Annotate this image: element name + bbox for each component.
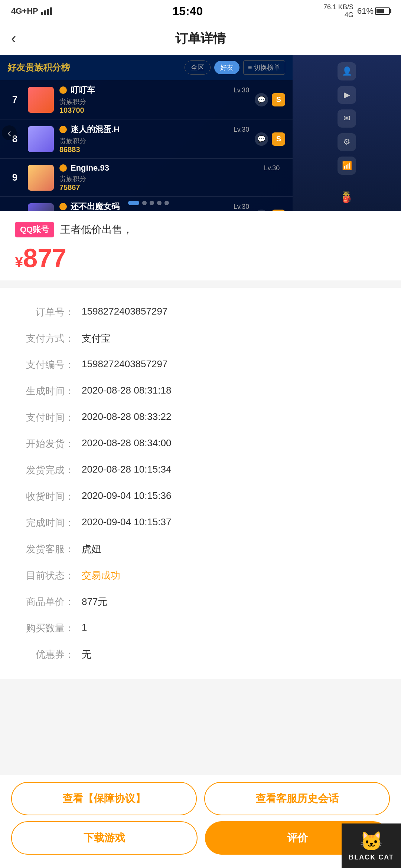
score-label-8: 贵族积分: [59, 137, 249, 145]
leaderboard-header: 好友贵族积分榜 全区 好友 ≡ 切换榜单: [0, 55, 293, 80]
avatar-9: [28, 165, 54, 191]
player-name-row-8: 迷人的混蛋.H Lv.30: [59, 124, 249, 135]
guarantee-button[interactable]: 查看【保障协议】: [11, 782, 197, 815]
order-row-service: 发货客服： 虎妞: [15, 536, 386, 562]
order-row-coupon: 优惠券： 无: [15, 641, 386, 668]
product-tag: QQ账号: [15, 222, 54, 237]
tab-friends[interactable]: 好友: [214, 61, 239, 74]
order-row-ship-start: 开始发货： 2020-08-28 08:34:00: [15, 431, 386, 457]
status-time: 15:40: [172, 4, 203, 18]
value-quantity: 1: [82, 622, 386, 633]
score-7: 103700: [59, 106, 249, 115]
vip-badge-8: [59, 126, 67, 133]
dot-4: [157, 201, 162, 205]
vip-badge-7: [59, 86, 67, 94]
carrier-text: 4G+HP: [11, 6, 38, 16]
vip-badge-9: [59, 164, 67, 172]
leaderboard-row: 8 迷人的混蛋.H Lv.30 贵族积分 86883 💬 S: [0, 119, 293, 159]
label-pay-time: 支付时间：: [15, 411, 82, 424]
game-icon-4[interactable]: ⚙: [338, 133, 356, 151]
page-header: ‹ 订单详情: [0, 22, 401, 55]
actions-10: 📍 S: [255, 210, 285, 211]
leaderboard-row: 7 叮叮车 Lv.30 贵族积分 103700 💬 S: [0, 80, 293, 119]
battery-icon: [375, 7, 390, 15]
player-name-9: Engine.93: [71, 163, 109, 173]
player-name-8: 迷人的混蛋.H: [71, 124, 120, 135]
screenshot-arrow-left[interactable]: ‹: [2, 125, 17, 140]
game-icon-3[interactable]: ✉: [338, 109, 356, 128]
battery-level: [376, 9, 384, 13]
label-pay-method: 支付方式：: [15, 332, 82, 345]
player-info-9: Engine.93 Lv.30 贵族积分 75867: [59, 163, 280, 192]
leaderboard-rows: 7 叮叮车 Lv.30 贵族积分 103700 💬 S: [0, 80, 293, 211]
signal-bar-4: [50, 7, 52, 15]
label-pay-id: 支付编号：: [15, 358, 82, 371]
label-quantity: 购买数量：: [15, 622, 82, 635]
player-name-row-7: 叮叮车 Lv.30: [59, 85, 249, 96]
label-order-id: 订单号：: [15, 306, 82, 319]
player-level-7: Lv.30: [234, 86, 250, 94]
s-badge-10: S: [272, 210, 285, 211]
value-order-id: 1598272403857297: [82, 306, 386, 317]
blackcat-icon: 🐱: [360, 831, 383, 852]
status-bar: 4G+HP 15:40 76.1 KB/S 4G 61%: [0, 0, 401, 22]
order-row-pay-method: 支付方式： 支付宝: [15, 325, 386, 352]
status-right: 76.1 KB/S 4G 61%: [323, 3, 390, 19]
rank-9: 9: [7, 172, 22, 183]
score-8: 86883: [59, 145, 249, 154]
carrier-info: 4G+HP: [11, 6, 52, 16]
order-row-quantity: 购买数量： 1: [15, 615, 386, 641]
bottom-buttons: 查看【保障协议】 查看客服历史会话 下载游戏 评价: [0, 774, 401, 868]
vip-badge-10: [59, 203, 67, 210]
order-row-create-time: 生成时间： 2020-08-28 08:31:18: [15, 378, 386, 404]
value-pay-time: 2020-08-28 08:33:22: [82, 411, 386, 423]
player-level-9: Lv.30: [264, 164, 280, 172]
game-icon-1[interactable]: 👤: [338, 62, 356, 80]
order-row-complete-time: 完成时间： 2020-09-04 10:15:37: [15, 510, 386, 536]
tab-switch[interactable]: ≡ 切换榜单: [243, 60, 286, 75]
back-button[interactable]: ‹: [11, 30, 16, 47]
network-info: 76.1 KB/S 4G: [323, 3, 353, 19]
chat-icon-7[interactable]: 💬: [255, 93, 268, 106]
game-right-panel: 👤 ▶ ✉ ⚙ 📶 万象天工 🎒: [293, 55, 401, 211]
blackcat-text: BLACK CAT: [349, 854, 394, 861]
download-game-button[interactable]: 下载游戏: [11, 821, 198, 855]
game-bag-icon[interactable]: 🎒: [343, 195, 351, 203]
player-name-row-9: Engine.93 Lv.30: [59, 163, 280, 173]
label-create-time: 生成时间：: [15, 385, 82, 398]
battery: 61%: [357, 6, 390, 16]
s-badge-7: S: [272, 93, 285, 106]
label-service: 发货客服：: [15, 543, 82, 556]
game-icon-5[interactable]: 📶: [338, 157, 356, 175]
avatar-8: [28, 126, 54, 152]
tab-all[interactable]: 全区: [185, 60, 211, 75]
network-speed: 76.1 KB/S: [323, 3, 353, 11]
player-name-10: 还不出魔女码: [71, 201, 120, 211]
label-complete-time: 完成时间：: [15, 516, 82, 529]
product-price: 877: [23, 243, 66, 273]
value-pay-method: 支付宝: [82, 332, 386, 345]
order-row-receive-time: 收货时间： 2020-09-04 10:15:36: [15, 483, 386, 510]
label-coupon: 优惠券：: [15, 648, 82, 661]
dot-2: [142, 201, 147, 205]
loc-icon-10[interactable]: 📍: [255, 210, 268, 211]
player-info-8: 迷人的混蛋.H Lv.30 贵族积分 86883: [59, 124, 249, 154]
game-icon-2[interactable]: ▶: [338, 86, 356, 104]
signal-bar-3: [47, 9, 49, 15]
dot-1: [128, 201, 139, 205]
order-row-order-id: 订单号： 1598272403857297: [15, 299, 386, 325]
order-row-status: 目前状态： 交易成功: [15, 562, 386, 589]
button-row-2: 下载游戏 评价: [11, 821, 390, 855]
price-symbol: ¥: [15, 254, 23, 270]
actions-7: 💬 S: [255, 93, 285, 106]
signal-bar-1: [41, 12, 43, 15]
signal-bar-2: [44, 10, 46, 15]
chat-icon-8[interactable]: 💬: [255, 132, 268, 146]
label-ship-done: 发货完成：: [15, 464, 82, 477]
score-9: 75867: [59, 183, 280, 192]
indicator-dots: [128, 201, 169, 205]
game-screenshot: ‹ 好友贵族积分榜 全区 好友 ≡ 切换榜单 7 叮叮车 Lv.30: [0, 55, 401, 211]
leaderboard-title: 好友贵族积分榜: [7, 62, 70, 73]
blackcat-watermark: 🐱 BLACK CAT: [342, 823, 401, 868]
service-history-button[interactable]: 查看客服历史会话: [204, 782, 390, 815]
